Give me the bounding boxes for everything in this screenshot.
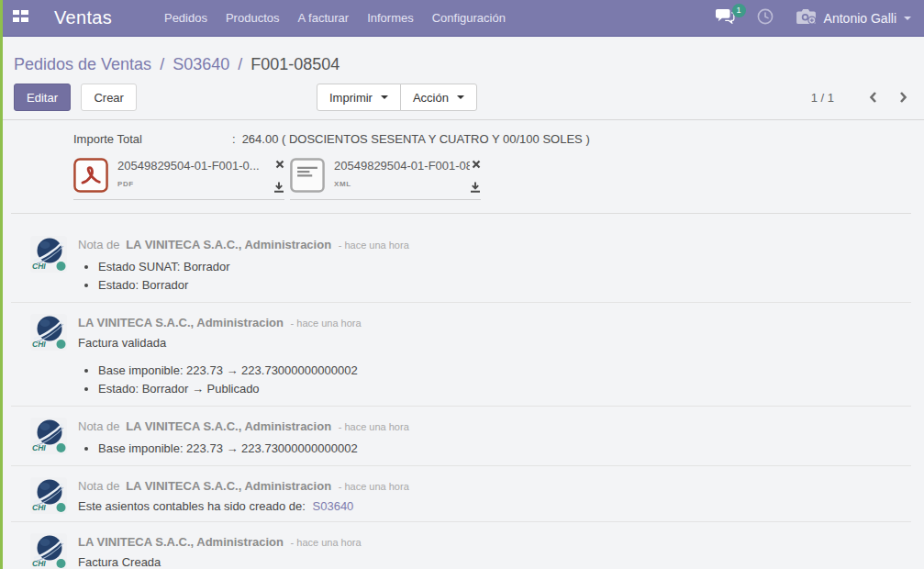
- menu-item-a-facturar[interactable]: A facturar: [295, 7, 352, 28]
- pager-next-button[interactable]: [896, 89, 911, 106]
- company-avatar: CHI: [30, 418, 67, 454]
- print-dropdown-button[interactable]: Imprimir: [317, 84, 401, 111]
- message-author: LA VINITECA S.A.C., Administracion: [78, 535, 284, 549]
- company-avatar: CHI: [30, 236, 67, 273]
- breadcrumb-separator: /: [156, 55, 168, 73]
- message-item: CHI Nota de LA VINITECA S.A.C., Administ…: [11, 466, 911, 522]
- message-content: Nota de LA VINITECA S.A.C., Administraci…: [78, 418, 409, 458]
- svg-text:CHI: CHI: [32, 559, 46, 568]
- message-content: Nota de LA VINITECA S.A.C., Administraci…: [78, 236, 409, 295]
- message-header: LA VINITECA S.A.C., Administracion - hac…: [78, 315, 362, 331]
- action-label: Acción: [413, 91, 449, 105]
- svg-text:CHI: CHI: [32, 443, 46, 452]
- message-timestamp: - hace una hora: [339, 481, 409, 492]
- breadcrumb-separator: /: [234, 55, 246, 73]
- edit-button[interactable]: Editar: [14, 84, 71, 111]
- message-header: Nota de LA VINITECA S.A.C., Administraci…: [78, 478, 409, 495]
- message-prefix: Nota de: [78, 419, 120, 433]
- navbar-left: Ventas Pedidos Productos A facturar Info…: [0, 7, 508, 28]
- tracking-values-list: Estado SUNAT: Borrador Estado: Borrador: [78, 258, 409, 295]
- message-prefix: Nota de: [78, 479, 120, 493]
- user-menu[interactable]: Antonio Galli: [796, 8, 911, 28]
- user-name: Antonio Galli: [824, 11, 896, 26]
- delete-attachment-button[interactable]: [472, 160, 481, 169]
- attachment-actions: [470, 158, 481, 193]
- pager-count: 1 / 1: [811, 91, 834, 105]
- message-body: Factura validada: [78, 335, 362, 351]
- total-amount-row: Importe Total : 264.00 ( DOSCIENTOS SESE…: [73, 132, 910, 147]
- tracking-value: Estado: Borrador → Publicado: [98, 380, 362, 398]
- print-label: Imprimir: [329, 91, 373, 105]
- total-amount-label: Importe Total: [73, 132, 232, 147]
- message-content: LA VINITECA S.A.C., Administracion - hac…: [78, 314, 362, 398]
- menu-item-configuracion[interactable]: Configuración: [429, 7, 508, 28]
- message-content: LA VINITECA S.A.C., Administracion - hac…: [78, 533, 362, 569]
- clock-icon: [757, 8, 774, 28]
- chevron-down-icon: [381, 95, 388, 99]
- tracking-values-list: Base imponible: 223.73 → 223.73000000000…: [78, 440, 409, 458]
- message-item: CHI Nota de LA VINITECA S.A.C., Administ…: [11, 214, 911, 303]
- tracking-value: Estado SUNAT: Borrador: [98, 258, 409, 276]
- left-edge-indicator: [0, 0, 3, 569]
- download-attachment-button[interactable]: [470, 182, 481, 193]
- message-item: CHI LA VINITECA S.A.C., Administracion -…: [11, 522, 911, 569]
- create-button[interactable]: Crear: [81, 84, 137, 111]
- message-item: CHI LA VINITECA S.A.C., Administracion -…: [11, 303, 911, 407]
- message-timestamp: - hace una hora: [291, 537, 362, 548]
- camera-plus-icon: [796, 8, 817, 28]
- attachment-filename-link[interactable]: 20549829504-01-F001-0...: [117, 159, 273, 173]
- download-attachment-button[interactable]: [273, 182, 284, 193]
- tracking-value: Base imponible: 223.73 → 223.73000000000…: [98, 362, 362, 380]
- message-header: Nota de LA VINITECA S.A.C., Administraci…: [78, 418, 409, 435]
- chevron-down-icon: [904, 17, 911, 20]
- message-timestamp: - hace una hora: [291, 318, 362, 329]
- attachment-card-pdf: 20549829504-01-F001-0... PDF: [73, 158, 284, 200]
- activity-button[interactable]: [757, 8, 774, 28]
- attachment-type-label: PDF: [117, 180, 273, 188]
- action-dropdown-button[interactable]: Acción: [400, 84, 477, 111]
- messages-button[interactable]: 1: [715, 8, 735, 28]
- apps-menu-button[interactable]: [0, 10, 28, 27]
- svg-text:CHI: CHI: [32, 503, 46, 512]
- delete-attachment-button[interactable]: [275, 160, 284, 169]
- message-author: LA VINITECA S.A.C., Administracion: [126, 238, 331, 251]
- order-link[interactable]: S03640: [313, 499, 354, 513]
- form-header: Pedidos de Ventas / S03640 / F001-08504 …: [0, 37, 924, 120]
- total-amount-value: 264.00 ( DOSCIENTOS SESENTA Y CUATRO Y 0…: [242, 132, 590, 147]
- message-content: Nota de LA VINITECA S.A.C., Administraci…: [78, 477, 409, 514]
- message-body: Este asientos contables ha sido creado d…: [78, 498, 409, 514]
- message-feed: CHI Nota de LA VINITECA S.A.C., Administ…: [11, 213, 911, 569]
- xml-file-icon: [290, 158, 325, 193]
- record-pager: 1 / 1: [811, 84, 911, 111]
- svg-text:CHI: CHI: [32, 262, 46, 271]
- message-author: LA VINITECA S.A.C., Administracion: [126, 419, 331, 433]
- tracking-values-list: Base imponible: 223.73 → 223.73000000000…: [78, 362, 362, 398]
- message-timestamp: - hace una hora: [339, 421, 409, 432]
- menu-item-informes[interactable]: Informes: [364, 7, 417, 28]
- message-body-text: Este asientos contables ha sido creado d…: [78, 499, 306, 513]
- message-timestamp: - hace una hora: [339, 240, 409, 251]
- top-navbar: Ventas Pedidos Productos A facturar Info…: [0, 0, 924, 37]
- navbar-right: 1: [715, 8, 924, 28]
- message-author: LA VINITECA S.A.C., Administracion: [126, 479, 331, 493]
- tracking-value: Base imponible: 223.73 → 223.73000000000…: [98, 440, 409, 458]
- menu-item-pedidos[interactable]: Pedidos: [161, 7, 210, 28]
- attachment-info: 20549829504-01-F001-0... PDF: [117, 158, 273, 193]
- pager-previous-button[interactable]: [865, 89, 881, 106]
- tracking-value: Estado: Borrador: [98, 276, 409, 295]
- attachment-filename-link[interactable]: 20549829504-01-F001-0850: [334, 159, 470, 173]
- message-header: LA VINITECA S.A.C., Administracion - hac…: [78, 534, 362, 551]
- main-menu: Pedidos Productos A facturar Informes Co…: [161, 7, 508, 28]
- chat-bubbles-icon: [715, 11, 735, 27]
- breadcrumb-sales-orders[interactable]: Pedidos de Ventas: [14, 55, 151, 73]
- attachment-actions: [273, 158, 284, 193]
- app-window: Ventas Pedidos Productos A facturar Info…: [0, 0, 924, 569]
- app-title[interactable]: Ventas: [54, 7, 112, 28]
- breadcrumb-order-s03640[interactable]: S03640: [173, 55, 229, 73]
- pdf-file-icon: [73, 158, 108, 193]
- company-avatar: CHI: [30, 477, 67, 514]
- action-dropdowns: Imprimir Acción: [317, 84, 477, 111]
- breadcrumb: Pedidos de Ventas / S03640 / F001-08504: [0, 37, 924, 74]
- message-header: Nota de LA VINITECA S.A.C., Administraci…: [78, 237, 409, 253]
- menu-item-productos[interactable]: Productos: [223, 7, 283, 28]
